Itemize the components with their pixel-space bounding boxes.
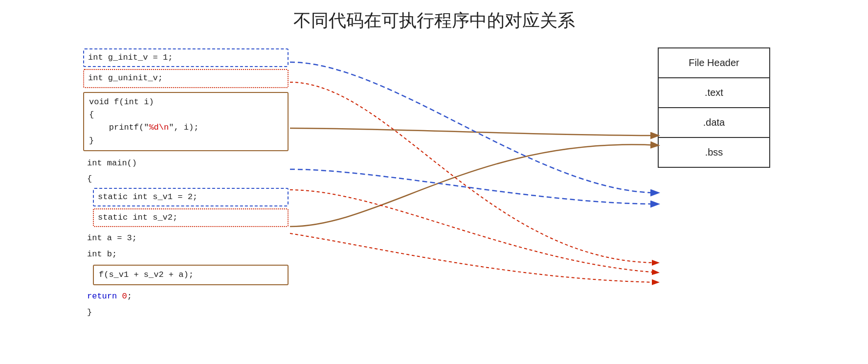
file-box: File Header .text .data .bss — [658, 47, 770, 168]
g-uninit-v-box: int g_uninit_v; — [83, 69, 289, 88]
func-to-text-arrow — [290, 128, 658, 136]
main-open-brace: { — [83, 172, 289, 186]
func-start-line: void f(int i) — [89, 96, 283, 109]
sv1-box: static int s_v1 = 2; — [93, 188, 289, 206]
sv1-to-data-arrow — [290, 169, 658, 204]
local-a: int a = 3; — [83, 231, 289, 246]
call-to-text-arrow — [290, 144, 658, 227]
main-close-brace: } — [83, 305, 289, 320]
g-uninit-v-line: int g_uninit_v; — [88, 73, 163, 83]
data-section: .data — [659, 108, 769, 138]
call-box: f(s_v1 + s_v2 + a); — [93, 265, 289, 285]
bss-section: .bss — [659, 138, 769, 167]
sv2-box: static int s_v2; — [93, 208, 289, 227]
sv2-line: static int s_v2; — [98, 213, 178, 222]
code-area: int g_init_v = 1; int g_uninit_v; void f… — [83, 47, 289, 321]
main-area: int g_init_v = 1; int g_uninit_v; void f… — [0, 38, 868, 364]
file-header-section: File Header — [659, 48, 769, 78]
func-box: void f(int i) { printf("%d\n", i); } — [83, 92, 289, 151]
func-open-brace: { — [89, 109, 283, 121]
page-title: 不同代码在可执行程序中的对应关系 — [0, 0, 868, 38]
main-start: int main() — [83, 156, 289, 171]
text-section: .text — [659, 78, 769, 108]
call-line: f(s_v1 + s_v2 + a); — [99, 270, 194, 279]
sv1-line: static int s_v1 = 2; — [98, 192, 198, 202]
g-init-v-line: int g_init_v = 1; — [88, 53, 173, 62]
g-uninit-to-bss-arrow — [290, 82, 658, 263]
return-line: return 0; — [83, 289, 289, 304]
g-init-to-data-arrow — [290, 62, 658, 193]
func-close-brace: } — [89, 135, 283, 147]
func-body-line: printf("%d\n", i); — [89, 121, 283, 134]
local-b: int b; — [83, 247, 289, 262]
g-init-v-box: int g_init_v = 1; — [83, 48, 289, 67]
sv2-to-bss-arrow — [290, 190, 658, 273]
call-to-bss-arrow — [290, 233, 658, 282]
